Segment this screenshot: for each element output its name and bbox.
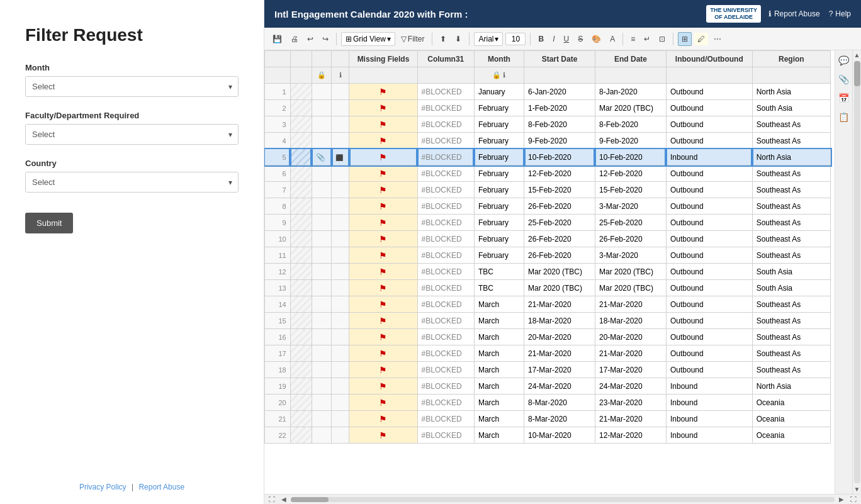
toolbar-merge-btn[interactable]: ⊡ <box>656 33 668 45</box>
attach-cell[interactable] <box>312 313 332 329</box>
table-row[interactable]: 15⚑#BLOCKEDMarch18-Mar-202018-Mar-2020Ou… <box>265 313 831 329</box>
attach-cell[interactable] <box>312 215 332 231</box>
toolbar-font-dropdown[interactable]: Arial ▾ <box>474 32 503 46</box>
table-row[interactable]: 9⚑#BLOCKEDFebruary25-Feb-202025-Feb-2020… <box>265 215 831 231</box>
scroll-expand-right[interactable]: ⛶ <box>848 495 858 503</box>
submit-button[interactable]: Submit <box>25 213 73 233</box>
expand-cell[interactable] <box>332 247 349 264</box>
scroll-left-arrow[interactable]: ◀ <box>279 495 288 503</box>
attach-cell[interactable] <box>312 198 332 215</box>
toolbar-bold-btn[interactable]: B <box>535 33 547 45</box>
toolbar-print-btn[interactable]: 🖨 <box>288 33 301 45</box>
toolbar-wrap-btn[interactable]: ↵ <box>641 33 653 45</box>
report-abuse-top-btn[interactable]: ℹ Report Abuse <box>768 9 820 18</box>
attach-cell[interactable] <box>312 345 332 362</box>
expand-cell[interactable] <box>332 329 349 345</box>
table-row[interactable]: 16⚑#BLOCKEDMarch20-Mar-202020-Mar-2020Ou… <box>265 329 831 345</box>
scroll-up-arrow[interactable]: ▲ <box>853 50 861 60</box>
expand-cell[interactable] <box>332 198 349 215</box>
sidebar-chat-icon[interactable]: 💬 <box>838 55 849 65</box>
table-row[interactable]: 3⚑#BLOCKEDFebruary8-Feb-20208-Feb-2020Ou… <box>265 116 831 133</box>
expand-cell[interactable] <box>332 362 349 378</box>
table-row[interactable]: 14⚑#BLOCKEDMarch21-Mar-202021-Mar-2020Ou… <box>265 296 831 313</box>
expand-cell[interactable] <box>332 116 349 133</box>
table-row[interactable]: 8⚑#BLOCKEDFebruary26-Feb-20203-Mar-2020O… <box>265 198 831 215</box>
expand-cell[interactable] <box>332 280 349 296</box>
sidebar-calendar-icon[interactable]: 📅 <box>838 93 849 103</box>
attach-cell[interactable] <box>312 378 332 395</box>
table-row[interactable]: 11⚑#BLOCKEDFebruary26-Feb-20203-Mar-2020… <box>265 247 831 264</box>
table-row[interactable]: 7⚑#BLOCKEDFebruary15-Feb-202015-Feb-2020… <box>265 182 831 198</box>
expand-cell[interactable] <box>332 215 349 231</box>
attach-cell[interactable] <box>312 411 332 427</box>
attach-cell[interactable] <box>312 329 332 345</box>
table-row[interactable]: 19⚑#BLOCKEDMarch24-Mar-202024-Mar-2020In… <box>265 378 831 395</box>
attach-cell[interactable] <box>312 264 332 280</box>
attach-cell[interactable] <box>312 165 332 182</box>
v-scroll-track[interactable] <box>854 61 860 483</box>
table-row[interactable]: 13⚑#BLOCKEDTBCMar 2020 (TBC)Mar 2020 (TB… <box>265 280 831 296</box>
sidebar-attach-icon[interactable]: 📎 <box>838 74 849 84</box>
toolbar-font-size-input[interactable] <box>505 33 526 45</box>
toolbar-fill-btn[interactable]: 🎨 <box>588 33 604 45</box>
attach-cell[interactable] <box>312 133 332 149</box>
expand-cell[interactable] <box>332 133 349 149</box>
attach-cell[interactable] <box>312 280 332 296</box>
month-select[interactable]: Select JanuaryFebruaryMarch AprilMayJune… <box>25 76 239 97</box>
faculty-select[interactable]: Select <box>25 124 239 145</box>
h-scroll-thumb[interactable] <box>291 497 329 502</box>
expand-cell[interactable] <box>332 231 349 247</box>
toolbar-outdent-btn[interactable]: ⬇ <box>452 33 464 45</box>
attach-cell[interactable] <box>312 84 332 100</box>
expand-cell[interactable] <box>332 378 349 395</box>
sheet-container[interactable]: Missing Fields Column31 Month Start Date… <box>264 50 835 494</box>
attach-cell[interactable] <box>312 362 332 378</box>
table-row[interactable]: 5📎⬛⚑#BLOCKEDFebruary10-Feb-202010-Feb-20… <box>265 149 831 165</box>
sidebar-activity-icon[interactable]: 📋 <box>838 112 849 122</box>
table-row[interactable]: 1⚑#BLOCKEDJanuary6-Jan-20208-Jan-2020Out… <box>265 84 831 100</box>
toolbar-undo-btn[interactable]: ↩ <box>304 33 317 45</box>
table-row[interactable]: 6⚑#BLOCKEDFebruary12-Feb-202012-Feb-2020… <box>265 165 831 182</box>
attach-cell[interactable] <box>312 296 332 313</box>
attach-cell[interactable] <box>312 427 332 444</box>
toolbar-save-btn[interactable]: 💾 <box>269 33 285 45</box>
expand-cell[interactable] <box>332 345 349 362</box>
expand-cell[interactable] <box>332 395 349 411</box>
attach-cell[interactable] <box>312 116 332 133</box>
toolbar-highlight-btn[interactable]: 🖊 <box>694 33 708 45</box>
scroll-down-arrow[interactable]: ▼ <box>853 484 861 494</box>
table-row[interactable]: 10⚑#BLOCKEDFebruary26-Feb-202026-Feb-202… <box>265 231 831 247</box>
table-row[interactable]: 17⚑#BLOCKEDMarch21-Mar-202021-Mar-2020Ou… <box>265 345 831 362</box>
expand-cell[interactable]: ⬛ <box>332 149 349 165</box>
expand-cell[interactable] <box>332 427 349 444</box>
toolbar-underline-btn[interactable]: U <box>561 33 573 45</box>
toolbar-strikethrough-btn[interactable]: S <box>575 33 586 45</box>
attach-cell[interactable] <box>312 182 332 198</box>
expand-cell[interactable] <box>332 264 349 280</box>
toolbar-view-dropdown[interactable]: ⊞ Grid View ▾ <box>341 32 395 46</box>
attach-cell[interactable] <box>312 395 332 411</box>
scroll-expand-left[interactable]: ⛶ <box>267 495 277 503</box>
h-scroll-track[interactable] <box>291 497 835 502</box>
expand-cell[interactable] <box>332 165 349 182</box>
expand-cell[interactable] <box>332 182 349 198</box>
toolbar-grid-btn[interactable]: ⊞ <box>678 32 692 46</box>
attach-cell[interactable] <box>312 231 332 247</box>
attach-cell[interactable]: 📎 <box>312 149 332 165</box>
attach-cell[interactable] <box>312 100 332 116</box>
toolbar-indent-btn[interactable]: ⬆ <box>437 33 449 45</box>
vertical-scrollbar[interactable]: ▲ ▼ <box>852 50 861 494</box>
expand-cell[interactable] <box>332 313 349 329</box>
toolbar-italic-btn[interactable]: I <box>549 33 558 45</box>
table-row[interactable]: 2⚑#BLOCKEDFebruary1-Feb-2020Mar 2020 (TB… <box>265 100 831 116</box>
scroll-right-arrow[interactable]: ▶ <box>837 495 846 503</box>
toolbar-align-btn[interactable]: ≡ <box>627 33 638 45</box>
horizontal-scrollbar[interactable]: ⛶ ◀ ▶ ⛶ <box>264 494 861 504</box>
v-scroll-thumb[interactable] <box>854 61 860 86</box>
privacy-policy-link[interactable]: Privacy Policy <box>79 483 127 491</box>
attach-cell[interactable] <box>312 247 332 264</box>
country-select[interactable]: Select <box>25 172 239 193</box>
table-row[interactable]: 12⚑#BLOCKEDTBCMar 2020 (TBC)Mar 2020 (TB… <box>265 264 831 280</box>
table-row[interactable]: 20⚑#BLOCKEDMarch8-Mar-202023-Mar-2020Inb… <box>265 395 831 411</box>
report-abuse-link[interactable]: Report Abuse <box>138 483 184 491</box>
